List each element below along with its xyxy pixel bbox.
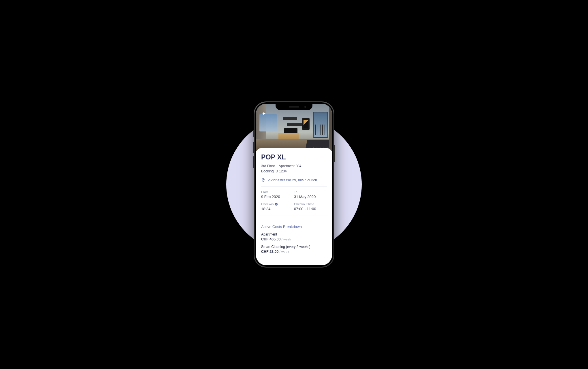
pager-dot[interactable] xyxy=(313,148,314,149)
listing-booking-id: Booking ID 1234 xyxy=(261,169,327,174)
to-label: To xyxy=(294,190,327,194)
to-value: 31 May 2020 xyxy=(294,195,327,199)
listing-title: POP XL xyxy=(261,153,327,161)
svg-point-1 xyxy=(263,179,264,180)
address-text: Viktoriastrasse 29, 8057 Zurich xyxy=(267,178,317,182)
divider xyxy=(261,187,327,187)
arrow-left-icon xyxy=(261,111,266,116)
costs-list: ApartmentCHF 465.00 / weekSmart Cleaning… xyxy=(261,232,327,254)
cost-name: Apartment xyxy=(261,232,327,236)
location-pin-icon xyxy=(261,178,265,182)
cost-name: Smart Cleaning (every 2 weeks) xyxy=(261,245,327,249)
pager-dot[interactable] xyxy=(309,148,311,149)
checkout-label: Checkout time xyxy=(294,202,327,206)
pager-dot[interactable] xyxy=(327,148,328,149)
phone-notch xyxy=(276,104,312,110)
cost-price: CHF 465.00 / week xyxy=(261,237,327,241)
from-value: 9 Feb 2020 xyxy=(261,195,294,199)
costs-section-title: Active Costs Breakdown xyxy=(261,225,327,229)
divider xyxy=(261,216,327,216)
pager-dot[interactable] xyxy=(316,148,318,149)
cost-item: Smart Cleaning (every 2 weeks)CHF 23.00 … xyxy=(261,245,327,254)
phone-frame: POP XL 3rd Floor – Apartment 304 Booking… xyxy=(254,101,334,268)
back-button[interactable] xyxy=(260,110,267,117)
cost-price: CHF 23.00 / week xyxy=(261,250,327,254)
checkin-label: Check-in xyxy=(261,202,294,206)
checkin-value: 18:34 xyxy=(261,207,294,211)
verified-check-icon xyxy=(275,203,278,206)
svg-point-2 xyxy=(275,203,278,205)
listing-floor: 3rd Floor – Apartment 304 xyxy=(261,163,327,169)
from-label: From xyxy=(261,190,294,194)
dates-grid: From 9 Feb 2020 To 31 May 2020 Check-in xyxy=(261,190,327,211)
details-card: POP XL 3rd Floor – Apartment 304 Booking… xyxy=(256,148,332,265)
address-row[interactable]: Viktoriastrasse 29, 8057 Zurich xyxy=(261,178,327,182)
phone-screen: POP XL 3rd Floor – Apartment 304 Booking… xyxy=(256,104,332,265)
pager-dot[interactable] xyxy=(320,148,321,149)
listing-hero-image[interactable] xyxy=(256,104,332,151)
checkout-value: 07:00 - 11:00 xyxy=(294,207,327,211)
pager-dot[interactable] xyxy=(323,148,325,149)
image-pager xyxy=(309,148,328,149)
cost-item: ApartmentCHF 465.00 / week xyxy=(261,232,327,241)
